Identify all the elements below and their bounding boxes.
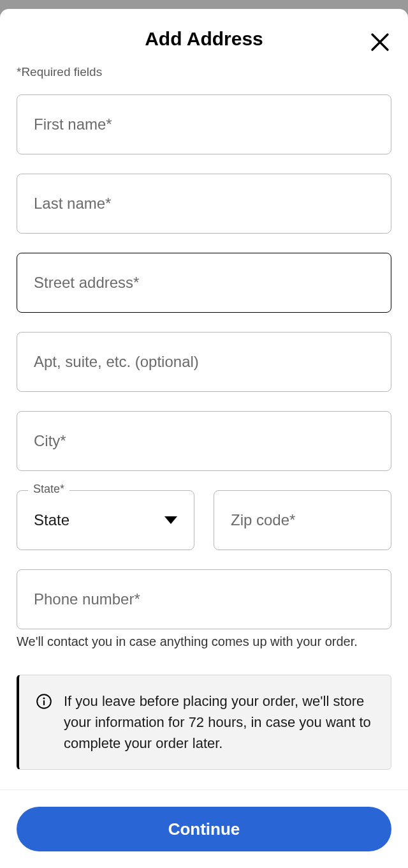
required-fields-note: *Required fields — [17, 65, 391, 79]
info-banner: If you leave before placing your order, … — [17, 675, 391, 770]
form-content: *Required fields State* State We'll cont… — [0, 65, 408, 770]
continue-button[interactable]: Continue — [17, 807, 391, 851]
info-icon — [36, 693, 52, 710]
state-legend: State* — [28, 483, 69, 496]
state-select[interactable]: State — [17, 490, 194, 550]
phone-helper-text: We'll contact you in case anything comes… — [17, 634, 391, 649]
continue-button-label: Continue — [168, 819, 240, 839]
modal-header: Add Address — [0, 9, 408, 65]
last-name-input[interactable] — [17, 174, 391, 234]
state-select-value: State — [34, 511, 69, 529]
state-zip-row: State* State — [17, 490, 391, 550]
zip-code-input[interactable] — [214, 490, 391, 550]
phone-number-input[interactable] — [17, 569, 391, 629]
close-button[interactable] — [368, 31, 391, 54]
modal-footer: Continue — [0, 789, 408, 868]
info-banner-text: If you leave before placing your order, … — [64, 691, 374, 754]
add-address-modal: Add Address *Required fields State* Stat… — [0, 9, 408, 868]
svg-point-1 — [43, 698, 45, 700]
first-name-input[interactable] — [17, 94, 391, 154]
state-field-wrap: State* State — [17, 490, 194, 550]
svg-rect-2 — [43, 700, 45, 705]
chevron-down-icon — [164, 516, 177, 524]
close-icon — [368, 31, 391, 54]
zip-field-wrap — [214, 490, 391, 550]
city-input[interactable] — [17, 411, 391, 471]
modal-title: Add Address — [17, 28, 391, 50]
apt-suite-input[interactable] — [17, 332, 391, 392]
street-address-input[interactable] — [17, 253, 391, 313]
